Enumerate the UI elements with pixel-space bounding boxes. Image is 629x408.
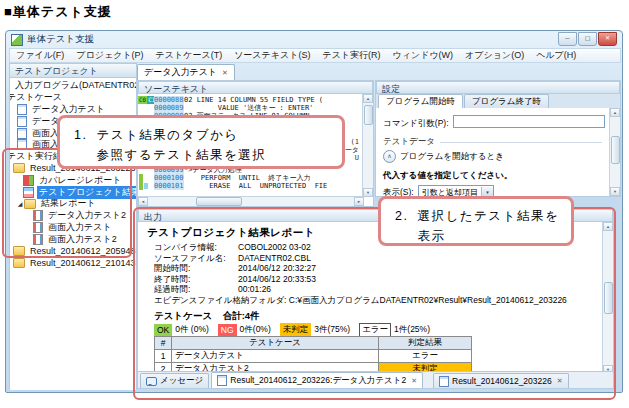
tab-close-icon[interactable]: ✕ (411, 377, 417, 385)
menu-file[interactable]: ファイル(F) (10, 49, 70, 62)
tree-item-result-205948[interactable]: Result_20140612_205948 (10, 245, 136, 257)
info-value: COBOL2002 03-02 (238, 242, 311, 252)
tree-item-input-program[interactable]: 入力プログラム(DATAENTR02.CBL) (10, 80, 136, 92)
coverage-bar (139, 174, 143, 190)
expand-arrow-icon[interactable]: ◢ (16, 200, 24, 207)
app-icon (11, 34, 23, 46)
tab-messages[interactable]: メッセージ (140, 373, 209, 388)
info-value: 2014/06/12 20:33:53 (238, 274, 316, 284)
scroll-left-icon[interactable]: ◄ (138, 197, 148, 206)
title-bar[interactable]: 単体テスト支援 ─ ▢ ✕ (6, 31, 622, 48)
minimize-button[interactable]: ─ (558, 32, 577, 46)
line-number: 0000089 (154, 104, 184, 112)
tab-close-icon[interactable]: ✕ (557, 377, 563, 385)
pending-badge: 未判定 (280, 323, 312, 337)
folder-icon (13, 258, 25, 268)
tab-result-data-input-test2[interactable]: Result_20140612_203226:データ入力テスト2 ✕ (211, 372, 423, 388)
program-start-section[interactable]: ∧ プログラムを開始するとき (383, 150, 504, 163)
document-tab-data-input-test[interactable]: データ入力テスト ✕ (137, 64, 235, 80)
menu-testcase[interactable]: テストケース(T) (150, 49, 229, 62)
tree-item-report-screen-input-test2[interactable]: 画面入力テスト2 (10, 233, 136, 245)
scroll-down-icon[interactable]: ▼ (610, 187, 620, 196)
testcase-result-table: # テストケース 判定結果 1 データ入力テスト エラー 2 データ入力テスト2… (154, 336, 472, 374)
scroll-right-icon[interactable]: ► (354, 197, 364, 206)
callout-1-number: 1. (74, 125, 87, 162)
maximize-button[interactable]: ▢ (578, 32, 597, 46)
menu-testrun[interactable]: テスト実行(R) (316, 49, 386, 62)
display-label: 表示(S): (383, 187, 414, 197)
source-panel-title: ソーステキスト (138, 81, 373, 94)
testcase-summary: テストケース 合計:4件 (154, 310, 260, 323)
ok-badge: OK (154, 324, 172, 336)
tree-item-testcases[interactable]: テストケース (10, 92, 136, 104)
report-document-icon (33, 222, 43, 233)
report-title: テストプロジェクト結果レポート (147, 226, 315, 240)
callout-2-number: 2. (395, 206, 408, 239)
display-row: 表示(S): 引数と返却項目 ▼ (383, 185, 494, 196)
tree-item-report-data-input-test2[interactable]: データ入力テスト2 (10, 210, 136, 222)
source-horizontal-scrollbar[interactable]: ◄ ► (138, 196, 364, 206)
display-select[interactable]: 引数と返却項目 ▼ (418, 185, 494, 196)
tree-item-data-input-test[interactable]: データ入力テスト (10, 104, 136, 116)
document-icon (17, 139, 27, 150)
tab-program-start[interactable]: プログラム開始時 (378, 94, 463, 108)
assign-instruction: 代入する値を指定してください。 (383, 170, 512, 182)
document-tab-label: データ入力テスト (144, 66, 217, 79)
folder-icon (24, 199, 36, 209)
settings-tab-bar: プログラム開始時 プログラム終了時 (376, 94, 620, 108)
scroll-up-icon[interactable]: ▲ (363, 94, 373, 103)
tree-item-result-report-folder[interactable]: ◢結果レポート (10, 198, 136, 210)
source-vertical-scrollbar[interactable]: ▲ ▼ (362, 94, 373, 197)
scroll-up-icon[interactable]: ▲ (603, 222, 613, 231)
table-header-row: # テストケース 判定結果 (155, 337, 472, 350)
settings-panel-title: 設定 (376, 81, 620, 94)
settings-vertical-scrollbar[interactable]: ▲ ▼ (609, 108, 620, 196)
menu-options[interactable]: オプション(O) (459, 49, 530, 62)
line-number: 0000100 (154, 174, 184, 182)
menu-sourcetext[interactable]: ソーステキスト(S) (228, 49, 316, 62)
test-data-group: テストデータ (383, 136, 602, 148)
window-title: 単体テスト支援 (27, 33, 94, 46)
result-badges: OK0件 (0%) NG0件(0%) 未判定3件(75%) エラー1件(25%) (154, 323, 439, 337)
scroll-down-icon[interactable]: ▼ (363, 188, 373, 197)
coverage-c0-chip: C0 (138, 96, 147, 104)
tab-close-icon[interactable]: ✕ (222, 69, 228, 77)
close-button[interactable]: ✕ (598, 32, 617, 46)
menu-help[interactable]: ヘルプ(H) (530, 49, 582, 62)
menu-project[interactable]: プロジェクト(P) (70, 49, 149, 62)
tree-item-result-210143[interactable]: Result_20140612_210143 (10, 257, 136, 269)
scroll-thumb[interactable] (196, 197, 242, 206)
tree-item-coverage-report[interactable]: カバレージレポート (10, 174, 136, 186)
tree-item-report-screen-input-test[interactable]: 画面入力テスト (10, 222, 136, 234)
document-icon (439, 376, 449, 387)
line-number: 0000088 (154, 96, 184, 104)
test-project-panel-title: テストプロジェクト (10, 64, 136, 78)
tab-program-end[interactable]: プログラム終了時 (464, 94, 549, 108)
scroll-thumb[interactable] (364, 105, 373, 125)
message-bubble-icon (146, 377, 157, 386)
settings-panel: 設定 プログラム開始時 プログラム終了時 コマンド引数(P): テストデータ ∧… (375, 80, 621, 197)
tree-item-project-result-report[interactable]: テストプロジェクト結果レポート (10, 186, 136, 198)
callout-1-line1: テスト結果のタブから (96, 128, 238, 142)
coverage-report-icon (23, 175, 34, 186)
menu-window[interactable]: ウィンドウ(W) (387, 49, 460, 62)
dropdown-arrow-icon[interactable]: ▼ (481, 187, 493, 196)
callout-1-line2: 参照するテスト結果を選択 (96, 148, 266, 162)
info-value: DATAENTR02.CBL (238, 253, 311, 263)
code-line: VALUE '送信キー : ENTER' (184, 104, 364, 112)
scroll-up-icon[interactable]: ▲ (610, 108, 620, 117)
output-vertical-scrollbar[interactable]: ▲ ▼ (602, 222, 613, 374)
section-toggle-icon[interactable]: ∧ (383, 150, 396, 163)
folder-icon (13, 163, 25, 173)
menu-bar: ファイル(F) プロジェクト(P) テストケース(T) ソーステキスト(S) テ… (9, 48, 621, 63)
screenshot-canvas: ■単体テスト支援 単体テスト支援 ─ ▢ ✕ ファイル(F) プロジェクト(P)… (0, 0, 629, 408)
tab-result-203226[interactable]: Result_20140612_203226 ✕ (433, 373, 569, 388)
page-heading: ■単体テスト支援 (4, 3, 112, 21)
scroll-thumb[interactable] (604, 282, 613, 314)
table-row[interactable]: 1 データ入力テスト エラー (155, 350, 472, 363)
scroll-thumb[interactable] (611, 136, 620, 164)
output-tab-bar: メッセージ Result_20140612_203226:データ入力テスト2 ✕… (138, 371, 613, 388)
command-args-input[interactable] (453, 115, 605, 128)
report-document-icon (33, 234, 43, 245)
code-line: 02 LINE 14 COLUMN 55 FIELD TYPE ( (184, 96, 364, 104)
